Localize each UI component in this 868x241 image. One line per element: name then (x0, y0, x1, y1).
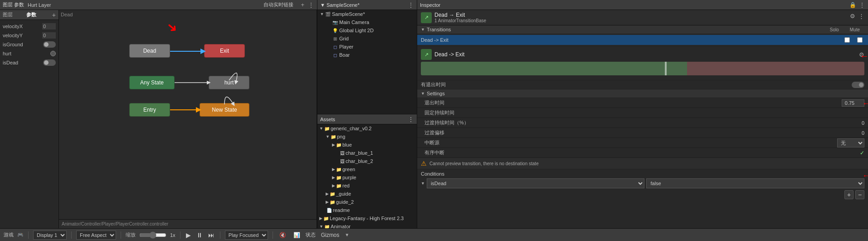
tree-guide[interactable]: ▶ 📁 _guide (317, 190, 417, 198)
state-exit[interactable]: Exit (204, 44, 245, 58)
interrupt-source-select[interactable]: 无 (837, 138, 864, 148)
project-header: Assets ⋮ (317, 114, 417, 124)
warning-icon: ⚠ (421, 160, 427, 167)
zoom-slider[interactable] (139, 231, 166, 239)
stats-button[interactable]: 📊 (292, 231, 302, 239)
params-tab-layers[interactable]: 图层 (3, 11, 13, 18)
game-icon: 🎮 (17, 232, 24, 238)
tree-blue[interactable]: ▶ 📁 blue (317, 141, 417, 149)
param-isGround: isGround (0, 40, 59, 49)
fixed-duration-pct-value: 0 (828, 120, 864, 126)
tree-purple[interactable]: ▶ 📁 purple (317, 173, 417, 182)
hierarchy-item-player[interactable]: ◻ Player (317, 43, 417, 51)
bottom-bar: 游戏 🎮 Display 1 Free Aspect 缩放 1x ▶ ⏸ ⏭ P… (0, 228, 868, 241)
mute-button[interactable]: 🔇 (278, 231, 288, 239)
condition-value-select[interactable]: false true (646, 178, 864, 188)
state-hurt[interactable]: hurt (209, 76, 249, 89)
tree-green[interactable]: ▶ 📁 green (317, 165, 417, 173)
inspector-lock-icon[interactable]: 🔒 (849, 2, 856, 8)
sep1 (28, 231, 29, 239)
sep2 (71, 231, 72, 239)
params-tab-params[interactable]: 参数 (26, 11, 36, 18)
settings-section: 退出时间 ← 固定持续时间 过渡持续时间（%） 0 过渡偏移 0 (417, 98, 868, 158)
inspector-dot-menu[interactable]: ⋮ (859, 1, 865, 9)
conditions-title: Conditions (421, 171, 444, 177)
transition-timeline (421, 62, 864, 75)
state-anystate[interactable]: Any State (129, 76, 175, 89)
inspector-object-name: Dead → Exit (434, 12, 486, 18)
game-mode-label: 游戏 (4, 231, 14, 238)
hierarchy-header: ▼ SampleScene* ⋮ (317, 0, 417, 10)
remove-condition-btn[interactable]: − (855, 190, 864, 199)
tree-animator[interactable]: ▼ 📁 Animator (317, 222, 417, 228)
play-focused-select[interactable]: Play Focused (225, 231, 268, 240)
fixed-duration-pct-row: 过渡持续时间（%） 0 (417, 118, 868, 128)
state-dead[interactable]: Dead (129, 44, 170, 58)
interrupt-source-row: 中断源 无 (417, 138, 868, 148)
transition-solo-checkbox[interactable] (844, 37, 850, 43)
transition-row-dead-exit[interactable]: Dead -> Exit (417, 35, 868, 45)
exit-time-input[interactable] (842, 99, 864, 107)
param-hurt: hurt (0, 49, 59, 58)
hierarchy-item-grid[interactable]: ⊞ Grid (317, 34, 417, 43)
inspector-sub-title: 1 AnimatorTransitionBase (434, 18, 486, 23)
display-select[interactable]: Display 1 (33, 231, 67, 240)
tree-readme[interactable]: 📄 readme (317, 206, 417, 214)
project-dot-menu[interactable]: ⋮ (408, 116, 414, 123)
state-entry[interactable]: Entry (129, 103, 170, 117)
params-add-btn[interactable]: + (52, 11, 56, 19)
dot-menu-animator[interactable]: ⋮ (308, 1, 314, 9)
param-velocityX-input[interactable] (42, 23, 56, 30)
transition-mute-checkbox[interactable] (857, 37, 863, 43)
tree-char-blue-1[interactable]: 🖼 char_blue_1 (317, 149, 417, 157)
transitions-section-header: ▼ Transitions Solo Mute (417, 25, 868, 34)
transition-offset-row: 过渡偏移 0 (417, 128, 868, 138)
param-velocityY: velocityY (0, 31, 59, 40)
hurt-layer-label: Hurt Layer (28, 2, 51, 8)
chevron-down-gizmos[interactable]: ▼ (345, 232, 349, 237)
param-isDead: isDead (0, 58, 59, 67)
param-isDead-toggle[interactable] (43, 59, 56, 66)
animator-footer: Animator/Controller/Player/PlayerControl… (59, 219, 317, 228)
zoom-slider-container (139, 231, 166, 239)
tree-guide2[interactable]: ▶ 📁 guide_2 (317, 198, 417, 206)
transition-offset-value: 0 (828, 130, 864, 136)
auto-link-label: 自动实时链接 (263, 1, 293, 8)
hierarchy-dot-menu[interactable]: ⋮ (408, 1, 414, 9)
tree-red[interactable]: ▶ 📁 red (317, 182, 417, 190)
step-button[interactable]: ⏭ (207, 231, 215, 240)
has-exit-time-row: 有退出时间 (417, 80, 868, 89)
param-velocityY-input[interactable] (42, 32, 56, 39)
hierarchy-item-globallight[interactable]: 💡 Global Light 2D (317, 26, 417, 34)
conditions-row: ▼ isDead false true (421, 178, 864, 188)
transition-block-name: Dead -> Exit (434, 51, 464, 58)
gizmos-button[interactable]: Gizmos (319, 231, 341, 239)
conditions-add-remove: + − (421, 190, 864, 199)
hierarchy-item-maincamera[interactable]: 📷 Main Camera (317, 18, 417, 26)
hierarchy-item-samplescene[interactable]: ▼ 🎬 SampleScene* (317, 10, 417, 18)
param-isGround-toggle[interactable] (43, 41, 56, 48)
animator-tab-label: 图层 参数 (3, 1, 24, 8)
sep6 (273, 231, 273, 239)
aspect-select[interactable]: Free Aspect (76, 231, 116, 240)
inspector-content: ↗ Dead → Exit 1 AnimatorTransitionBase ⚙… (417, 10, 868, 228)
hurt-trigger-indicator (50, 51, 56, 56)
tree-char-blue-2[interactable]: 🖼 char_blue_2 (317, 157, 417, 165)
plus-icon[interactable]: + (301, 1, 304, 8)
play-button[interactable]: ▶ (185, 231, 192, 240)
pause-button[interactable]: ⏸ (195, 231, 204, 240)
state-newstate[interactable]: New State (200, 103, 249, 117)
tree-generic-char[interactable]: ▼ 📁 generic_char_v0.2 (317, 124, 417, 133)
zoom-label: 缩放 (126, 231, 136, 238)
add-condition-btn[interactable]: + (844, 190, 853, 199)
hierarchy-item-boar[interactable]: ◻ Boar (317, 51, 417, 59)
inspector-more-icon[interactable]: ⋮ (858, 13, 864, 20)
has-exit-time-toggle[interactable] (852, 82, 864, 88)
inspector-gear-icon[interactable]: ⚙ (850, 13, 855, 20)
tree-png[interactable]: ▼ 📁 png (317, 133, 417, 141)
settings-section-header: ▼ Settings (417, 89, 868, 98)
condition-param-select[interactable]: isDead (427, 178, 645, 188)
tree-legacy[interactable]: ▶ 📁 Legacy-Fantasy - High Forest 2.3 (317, 214, 417, 222)
red-arrow-exit-time: ← (862, 99, 868, 108)
zoom-value: 1x (170, 232, 176, 238)
